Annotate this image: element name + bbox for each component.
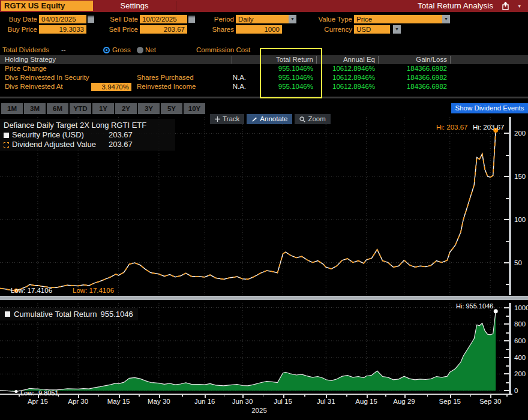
x-axis-tick-label: Sep 30 — [476, 398, 504, 405]
track-button[interactable]: Track — [210, 114, 244, 124]
y-axis-tick — [504, 176, 509, 177]
top-bar: RGTX US Equity Settings Total Return Ana… — [0, 0, 528, 12]
gain-loss-header: Gain/Loss — [357, 55, 447, 64]
settings-tab[interactable]: Settings — [93, 0, 176, 12]
y-axis-tick — [504, 219, 509, 220]
x-axis-tick — [283, 395, 284, 398]
time-range-buttons: 1M 3M 6M YTD 1Y 2Y 3Y 5Y 10Y — [1, 103, 206, 114]
range-button-3y[interactable]: 3Y — [138, 103, 160, 114]
row-label: Divs Reinvested At — [5, 82, 63, 91]
range-button-1y[interactable]: 1Y — [92, 103, 114, 114]
range-button-5y[interactable]: 5Y — [161, 103, 182, 114]
low-label: Low: -9.8051 — [20, 389, 59, 397]
y-axis-tick-label: 200 — [514, 129, 526, 137]
chevron-down-icon[interactable]: ▼ — [289, 15, 296, 23]
x-axis-year-label: 2025 — [235, 407, 283, 414]
x-axis-tick — [404, 395, 406, 398]
dividend-adjusted-line — [0, 130, 496, 290]
cumulative-return-swatch-icon — [5, 311, 10, 317]
page-title: Total Return Analysis — [418, 0, 493, 12]
annotate-button[interactable]: Annotate — [247, 114, 292, 124]
x-axis-minor-tick — [263, 395, 264, 397]
x-axis-minor-tick — [427, 395, 428, 397]
commission-cost-label: Commission Cost — [196, 46, 268, 55]
y-axis-tick — [504, 340, 509, 341]
shares-purchased-label: Shares Purchased — [137, 73, 194, 82]
x-axis-minor-tick — [385, 395, 386, 397]
legend-value: 203.67 — [109, 130, 133, 140]
column-separator — [450, 56, 451, 64]
x-axis-tick — [159, 395, 160, 398]
x-axis-tick — [367, 395, 368, 398]
pencil-icon — [251, 116, 257, 122]
low-label-orange: Low: 17.4106 — [73, 287, 114, 294]
y-axis-tick — [504, 373, 509, 374]
x-axis-minor-tick — [346, 395, 347, 397]
gross-radio-label[interactable]: Gross — [112, 46, 136, 55]
chevron-down-icon[interactable]: ▼ — [442, 15, 450, 23]
period-label: Period — [201, 15, 234, 24]
show-dividend-events-button[interactable]: Show Dividend Events — [451, 103, 528, 113]
magnifier-icon — [299, 116, 305, 122]
range-button-10y[interactable]: 10Y — [184, 103, 205, 114]
gain-loss-value: 184366.6982 — [357, 82, 447, 91]
x-axis-minor-tick — [98, 395, 100, 397]
legend-value: 203.67 — [109, 140, 133, 149]
export-icon[interactable] — [501, 2, 510, 10]
range-button-ytd[interactable]: YTD — [70, 103, 91, 114]
legend-value: 955.1046 — [101, 310, 133, 319]
currency-label: Currency — [300, 25, 352, 34]
sell-date-field[interactable]: 10/02/2025 — [140, 15, 187, 23]
reinvest-rate-field[interactable]: 3.9470% — [91, 83, 131, 91]
range-button-6m[interactable]: 6M — [47, 103, 68, 114]
y-axis-tick-label: 800 — [514, 320, 526, 328]
row-label: Divs Reinvested In Security — [5, 73, 89, 82]
legend-entry: Dividend Adjusted Value 203.67 — [4, 140, 172, 149]
period-select[interactable]: Daily — [236, 15, 289, 23]
annotation-highlight-box[interactable] — [260, 48, 322, 98]
range-button-3m[interactable]: 3M — [24, 103, 46, 114]
x-axis-minor-tick — [19, 395, 20, 397]
y-axis-tick-label: 150 — [514, 172, 526, 181]
pane-splitter[interactable] — [0, 296, 528, 300]
currency-select[interactable]: USD — [354, 25, 390, 34]
high-marker-dot — [494, 309, 498, 313]
y-axis-minor-tick — [506, 284, 509, 285]
range-button-1m[interactable]: 1M — [1, 103, 23, 114]
value-type-label: Value Type — [300, 15, 352, 24]
chevron-down-icon[interactable]: ▾ — [518, 0, 521, 12]
y-axis-minor-tick — [506, 316, 509, 317]
security-ticker-field[interactable]: RGTX US Equity — [1, 1, 93, 11]
chevron-down-icon[interactable]: ▼ — [393, 25, 401, 34]
net-radio-label[interactable]: Net — [145, 46, 163, 55]
buy-date-field[interactable]: 04/01/2025 — [39, 15, 86, 23]
low-marker-dot — [14, 390, 17, 393]
shares-field[interactable]: 1000 — [236, 25, 282, 34]
x-axis-minor-tick — [224, 395, 225, 397]
gross-radio[interactable] — [103, 47, 110, 53]
buy-price-label: Buy Price — [2, 25, 37, 34]
y-axis-tick-label: 50 — [514, 259, 522, 267]
net-radio[interactable] — [137, 47, 143, 53]
column-separator — [378, 56, 379, 64]
x-axis-minor-tick — [470, 395, 472, 397]
buy-price-field[interactable]: 19.3033 — [39, 25, 86, 34]
x-axis-tick — [326, 395, 327, 398]
high-label: Hi: 955.1046 — [456, 302, 493, 310]
calendar-icon[interactable] — [88, 16, 94, 23]
y-axis-tick — [504, 133, 509, 134]
legend-entry: Security Price (USD) 203.67 — [4, 130, 172, 140]
y-axis-tick — [504, 323, 509, 325]
y-axis-minor-tick — [506, 349, 509, 350]
zoom-button[interactable]: Zoom — [295, 114, 330, 124]
value-type-select[interactable]: Price — [354, 15, 442, 23]
x-axis-minor-tick — [304, 395, 305, 397]
calendar-icon[interactable] — [188, 16, 195, 23]
y-axis-tick — [504, 307, 509, 308]
y-axis-tick-label: 400 — [514, 353, 526, 362]
sell-price-field[interactable]: 203.67 — [140, 25, 187, 34]
range-button-2y[interactable]: 2Y — [115, 103, 137, 114]
security-price-swatch-icon — [4, 133, 9, 138]
column-separator — [232, 56, 232, 64]
holding-strategy-header: Holding Strategy — [5, 55, 56, 64]
